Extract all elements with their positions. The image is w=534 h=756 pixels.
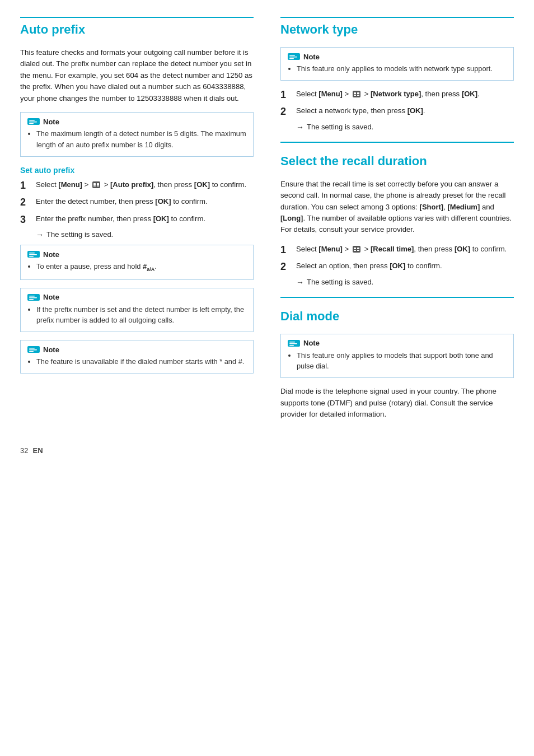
recall-divider bbox=[280, 142, 514, 143]
auto-prefix-title: Auto prefix bbox=[20, 17, 254, 40]
nt-step-2-num: 2 bbox=[280, 105, 293, 118]
dial-mode-title: Dial mode bbox=[280, 305, 514, 327]
svg-rect-23 bbox=[289, 57, 297, 58]
svg-rect-16 bbox=[29, 299, 34, 300]
svg-rect-25 bbox=[353, 91, 360, 97]
svg-rect-38 bbox=[289, 345, 294, 346]
svg-rect-8 bbox=[97, 185, 99, 186]
nt-note-icon bbox=[288, 52, 300, 61]
dm-note-header: Note bbox=[288, 339, 507, 348]
note4-header: Note bbox=[27, 345, 246, 354]
note3-label: Note bbox=[43, 293, 59, 301]
dial-mode-divider bbox=[280, 297, 514, 298]
note2-list: To enter a pause, press and hold #a/A. bbox=[27, 261, 246, 274]
recall-step-1: 1 Select [Menu] > > [Recall time], then … bbox=[280, 244, 514, 256]
network-type-steps: 1 Select [Menu] > > [Network type], then… bbox=[280, 88, 514, 119]
svg-rect-34 bbox=[357, 250, 359, 251]
recall-step-1-text: Select [Menu] > > [Recall time], then pr… bbox=[296, 244, 514, 255]
note4-icon bbox=[27, 345, 40, 354]
note3-icon bbox=[27, 293, 40, 302]
svg-rect-5 bbox=[93, 183, 96, 185]
recall-step-2-num: 2 bbox=[280, 260, 293, 273]
note1-item-1: The maximum length of a detect number is… bbox=[36, 128, 246, 151]
note1-header: Note bbox=[27, 117, 246, 126]
dial-mode-note: Note This feature only applies to models… bbox=[280, 334, 514, 379]
menu-icon-nt bbox=[352, 90, 361, 99]
note2-item-1: To enter a pause, press and hold #a/A. bbox=[36, 261, 246, 274]
auto-prefix-note3: Note If the prefix number is set and the… bbox=[20, 288, 254, 333]
svg-rect-33 bbox=[354, 250, 356, 251]
arrow-icon-nt: → bbox=[296, 123, 304, 132]
svg-rect-7 bbox=[93, 185, 96, 186]
svg-rect-15 bbox=[29, 297, 37, 298]
recall-step-2-result: → The setting is saved. bbox=[296, 278, 514, 287]
step-1-num: 1 bbox=[20, 179, 32, 192]
note4-label: Note bbox=[43, 346, 59, 354]
svg-rect-29 bbox=[357, 95, 359, 96]
recall-step-2: 2 Select an option, then press [OK] to c… bbox=[280, 260, 514, 273]
auto-prefix-body: This feature checks and formats your out… bbox=[20, 47, 254, 104]
auto-prefix-note1: Note The maximum length of a detect numb… bbox=[20, 112, 254, 157]
note2-icon bbox=[27, 250, 40, 259]
arrow-icon-recall: → bbox=[296, 278, 304, 287]
page-lang: EN bbox=[32, 446, 43, 455]
note3-item-1: If the prefix number is set and the dete… bbox=[36, 304, 246, 326]
recall-duration-title: Select the recall duration bbox=[280, 150, 514, 172]
note4-list: The feature is unavailable if the dialed… bbox=[27, 356, 246, 367]
nt-step-2: 2 Select a network type, then press [OK]… bbox=[280, 105, 514, 118]
nt-step-2-result: → The setting is saved. bbox=[296, 123, 514, 132]
svg-rect-3 bbox=[29, 123, 34, 124]
svg-rect-32 bbox=[357, 248, 359, 249]
svg-rect-28 bbox=[354, 95, 356, 96]
nt-note-list: This feature only applies to models with… bbox=[288, 63, 507, 74]
svg-rect-22 bbox=[289, 55, 295, 56]
dm-note-list: This feature only applies to models that… bbox=[288, 350, 507, 372]
svg-rect-30 bbox=[353, 246, 360, 253]
svg-rect-2 bbox=[29, 122, 37, 123]
nt-step-2-text: Select a network type, then press [OK]. bbox=[296, 105, 514, 116]
svg-rect-36 bbox=[289, 342, 295, 343]
step-2-text: Enter the detect number, then press [OK]… bbox=[36, 196, 254, 207]
recall-step-2-result-text: The setting is saved. bbox=[307, 278, 373, 286]
dm-note-label: Note bbox=[303, 339, 320, 347]
svg-rect-20 bbox=[29, 351, 34, 352]
recall-steps: 1 Select [Menu] > > [Recall time], then … bbox=[280, 244, 514, 274]
step-2: 2 Enter the detect number, then press [O… bbox=[20, 196, 254, 209]
step-1-text: Select [Menu] > > [Auto prefix], then pr… bbox=[36, 179, 254, 190]
nt-step-1-text: Select [Menu] > > [Network type], then p… bbox=[296, 88, 514, 100]
auto-prefix-note4: Note The feature is unavailable if the d… bbox=[20, 340, 254, 374]
note1-list: The maximum length of a detect number is… bbox=[27, 128, 246, 151]
svg-rect-6 bbox=[97, 183, 99, 185]
recall-duration-body: Ensure that the recall time is set corre… bbox=[280, 179, 514, 236]
step-3-result: → The setting is saved. bbox=[36, 230, 254, 239]
auto-prefix-steps: 1 Select [Menu] > > [Auto prefix], then … bbox=[20, 179, 254, 226]
dm-note-icon bbox=[288, 339, 300, 348]
menu-icon-1 bbox=[92, 180, 101, 189]
network-type-title: Network type bbox=[280, 17, 514, 40]
svg-rect-11 bbox=[29, 254, 37, 255]
svg-rect-24 bbox=[289, 58, 294, 59]
menu-icon-recall bbox=[352, 245, 361, 254]
step-3: 3 Enter the prefix number, then press [O… bbox=[20, 213, 254, 226]
svg-rect-27 bbox=[357, 92, 359, 94]
page-footer: 32 EN bbox=[20, 446, 514, 455]
step-2-num: 2 bbox=[20, 196, 32, 209]
dial-mode-body: Dial mode is the telephone signal used i… bbox=[280, 386, 514, 420]
arrow-icon-1: → bbox=[36, 230, 44, 239]
svg-rect-4 bbox=[92, 181, 100, 188]
step-1: 1 Select [Menu] > > [Auto prefix], then … bbox=[20, 179, 254, 192]
svg-rect-37 bbox=[289, 343, 297, 344]
nt-step-1-num: 1 bbox=[280, 88, 293, 101]
nt-note-item-1: This feature only applies to models with… bbox=[297, 63, 507, 74]
nt-step-2-result-text: The setting is saved. bbox=[307, 123, 373, 131]
note1-icon bbox=[27, 117, 40, 126]
recall-step-2-text: Select an option, then press [OK] to con… bbox=[296, 260, 514, 272]
network-type-note: Note This feature only applies to models… bbox=[280, 47, 514, 81]
note3-header: Note bbox=[27, 293, 246, 302]
right-column: Network type Note This feature only appl… bbox=[276, 17, 514, 428]
svg-rect-19 bbox=[29, 349, 37, 351]
nt-step-1: 1 Select [Menu] > > [Network type], then… bbox=[280, 88, 514, 101]
svg-rect-1 bbox=[29, 120, 35, 121]
svg-rect-31 bbox=[354, 248, 356, 249]
note2-header: Note bbox=[27, 250, 246, 259]
